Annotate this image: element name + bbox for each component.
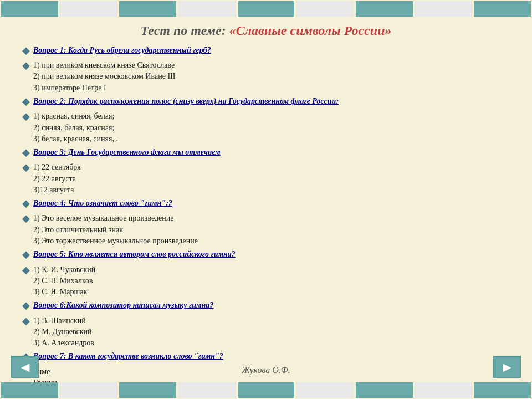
next-button[interactable]: ▶ (493, 356, 521, 378)
questions-list: ◆ Вопрос 1: Когда Русь обрела государств… (22, 45, 510, 399)
bottom-bar-white-2 (178, 382, 236, 398)
bullet-icon: ◆ (22, 161, 30, 175)
prev-button[interactable]: ◀ (11, 356, 39, 378)
list-item: ◆ Вопрос 3: День Государственного флага … (22, 147, 510, 160)
top-bar-teal-5 (474, 1, 531, 17)
list-item: ◆ 1) В. Шаинский2) М. Дунаевский3) А. Ал… (22, 315, 510, 349)
question-label-2: Вопрос 2: Порядок расположения полос (сн… (33, 97, 339, 105)
bullet-icon: ◆ (22, 299, 30, 313)
bottom-bar-teal-2 (119, 382, 176, 398)
answer-2: 1) красная, синяя, белая;2) синяя, белая… (33, 111, 510, 145)
author-label: Жукова О.Ф. (242, 365, 290, 375)
answer-1: 1) при великом киевском князе Святославе… (33, 60, 510, 94)
list-item: ◆ 1) Это веселое музыкальное произведени… (22, 213, 510, 247)
question-label-6: Вопрос 6:Какой композитор написал музыку… (33, 301, 213, 309)
bottom-bar-teal-3 (238, 382, 295, 398)
top-bar-teal-1 (1, 1, 58, 17)
bottom-bar-white-4 (415, 382, 472, 398)
list-item: ◆ Вопрос 6:Какой композитор написал музы… (22, 300, 510, 313)
top-bar-white-1 (60, 1, 117, 17)
answer-4: 1) Это веселое музыкальное произведение2… (33, 213, 510, 247)
list-item: ◆ 1) 22 сентября2) 22 августа3)12 август… (22, 162, 510, 196)
question-label-4: Вопрос 4: Что означает слово "гимн":? (33, 199, 172, 207)
title-highlight: «Славные символы России» (229, 23, 392, 38)
bullet-icon: ◆ (22, 44, 30, 58)
question-label-5: Вопрос 5: Кто является автором слов росс… (33, 250, 236, 258)
answer-5: 1) К. И. Чуковский2) С. В. Михалков3) С.… (33, 264, 510, 298)
bottom-bar-white-3 (296, 382, 354, 398)
list-item: ◆ Вопрос 2: Порядок расположения полос (… (22, 96, 510, 109)
bullet-icon: ◆ (22, 263, 30, 277)
top-bar-white-4 (415, 1, 472, 17)
top-bar-white-3 (296, 1, 354, 17)
title-normal: Тест по теме: (141, 23, 226, 38)
bullet-icon: ◆ (22, 197, 30, 211)
bullet-icon: ◆ (22, 110, 30, 124)
bullet-icon: ◆ (22, 146, 30, 160)
bullet-icon: ◆ (22, 248, 30, 262)
question-label-1: Вопрос 1: Когда Русь обрела государствен… (33, 46, 211, 54)
bottom-navigation: ◀ Жукова О.Ф. ▶ (0, 356, 532, 378)
list-item: ◆ 1) К. И. Чуковский2) С. В. Михалков3) … (22, 264, 510, 298)
bullet-icon: ◆ (22, 95, 30, 109)
bullet-icon: ◆ (22, 314, 30, 328)
bottom-bar-white-1 (60, 382, 117, 398)
top-bar-white-2 (178, 1, 236, 17)
list-item: ◆ 1) красная, синяя, белая;2) синяя, бел… (22, 111, 510, 145)
top-decorative-bar (0, 0, 532, 18)
answer-6: 1) В. Шаинский2) М. Дунаевский3) А. Алек… (33, 315, 510, 349)
bottom-decorative-bar (0, 381, 532, 399)
list-item: ◆ Вопрос 4: Что означает слово "гимн":? (22, 198, 510, 211)
bullet-icon: ◆ (22, 212, 30, 226)
bottom-bar-teal-5 (474, 382, 531, 398)
answer-3: 1) 22 сентября2) 22 августа3)12 августа (33, 162, 510, 196)
bullet-icon: ◆ (22, 59, 30, 73)
question-label-3: Вопрос 3: День Государственного флага мы… (33, 148, 221, 156)
top-bar-teal-2 (119, 1, 176, 17)
top-bar-teal-4 (356, 1, 413, 17)
page-title: Тест по теме: «Славные символы России» (22, 23, 510, 38)
bottom-bar-teal-4 (356, 382, 413, 398)
list-item: ◆ Вопрос 1: Когда Русь обрела государств… (22, 45, 510, 58)
list-item: ◆ 1) при великом киевском князе Святосла… (22, 60, 510, 94)
list-item: ◆ Вопрос 5: Кто является автором слов ро… (22, 249, 510, 262)
top-bar-teal-3 (238, 1, 295, 17)
main-content: Тест по теме: «Славные символы России» ◆… (0, 18, 532, 399)
bottom-bar-teal-1 (1, 382, 58, 398)
